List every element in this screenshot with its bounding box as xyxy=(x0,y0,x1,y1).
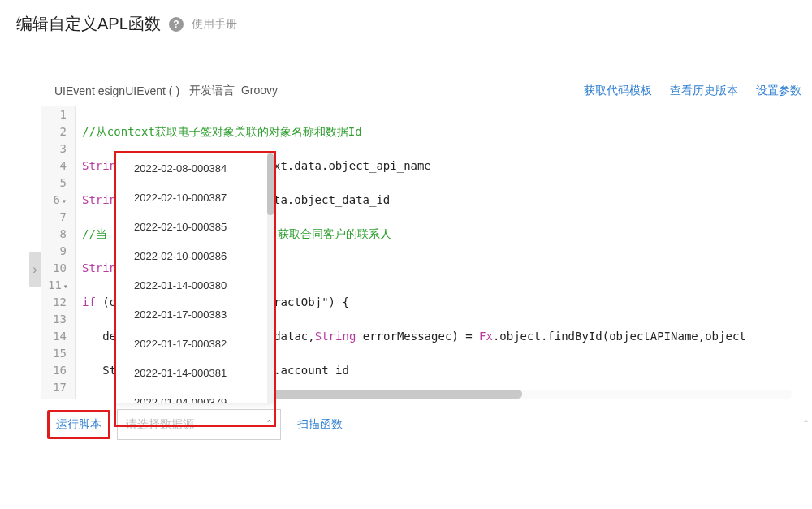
scan-function-link[interactable]: 扫描函数 xyxy=(287,417,343,432)
line-number: 14 xyxy=(48,328,67,345)
line-number: 10 xyxy=(48,260,67,277)
editor-footer: 运行脚本 请选择数据源 ˄ 扫描函数 ˄ xyxy=(41,403,812,448)
dropdown-option[interactable]: 2022-02-10-000387 xyxy=(116,183,274,212)
toolbar-right: 获取代码模板 查看历史版本 设置参数 xyxy=(584,84,801,98)
line-number: 17 xyxy=(48,379,67,396)
dropdown-option[interactable]: 2022-01-04-000379 xyxy=(116,387,274,403)
dropdown-scroll-thumb[interactable] xyxy=(267,153,274,215)
toolbar-left: UIEvent esignUIEvent ( ) 开发语言 Groovy xyxy=(54,84,278,98)
datasource-placeholder: 请选择数据源 xyxy=(126,417,194,432)
dropdown-scrollbar[interactable] xyxy=(267,153,274,403)
lang-value: Groovy xyxy=(241,84,278,97)
side-expand-tab[interactable]: › xyxy=(29,252,41,287)
view-history-link[interactable]: 查看历史版本 xyxy=(670,84,738,98)
manual-link[interactable]: 使用手册 xyxy=(192,17,237,32)
datasource-select[interactable]: 请选择数据源 ˄ xyxy=(117,409,281,440)
line-number: 8 xyxy=(48,226,67,243)
line-number: 7 xyxy=(48,209,67,226)
dropdown-option[interactable]: 2022-01-14-000380 xyxy=(116,270,274,300)
line-number: 9 xyxy=(48,243,67,260)
line-number: 12 xyxy=(48,294,67,311)
line-number: 13 xyxy=(48,311,67,328)
page-title: 编辑自定义APL函数 xyxy=(16,13,161,35)
line-number: 3 xyxy=(48,140,67,157)
dropdown-option[interactable]: 2022-02-08-000384 xyxy=(116,153,274,183)
line-number: 4 xyxy=(48,157,67,175)
line-number: 2 xyxy=(48,123,67,140)
line-gutter: 1 2 3 4 5 6▾ 7 8 9 10 11▾ 12 13 14 15 16… xyxy=(41,106,76,399)
line-number: 11▾ xyxy=(48,277,67,294)
line-number: 5 xyxy=(48,175,67,192)
dropdown-option[interactable]: 2022-02-10-000385 xyxy=(116,212,274,241)
collapse-panel-icon[interactable]: ˄ xyxy=(803,418,809,431)
line-number: 1 xyxy=(48,106,67,123)
page-header: 编辑自定义APL函数 ? 使用手册 xyxy=(0,0,812,45)
dropdown-option[interactable]: 2022-01-17-000383 xyxy=(116,300,274,329)
dropdown-option[interactable]: 2022-01-14-000381 xyxy=(116,358,274,387)
dropdown-option[interactable]: 2022-01-17-000382 xyxy=(116,329,274,358)
run-script-button[interactable]: 运行脚本 xyxy=(47,410,110,439)
line-number: 16 xyxy=(48,362,67,379)
dropdown-option[interactable]: 2022-02-10-000386 xyxy=(116,241,274,270)
set-params-link[interactable]: 设置参数 xyxy=(756,84,801,98)
lang-label: 开发语言 Groovy xyxy=(189,84,278,98)
event-signature: UIEvent esignUIEvent ( ) xyxy=(54,84,179,97)
line-number: 15 xyxy=(48,345,67,362)
chevron-right-icon: › xyxy=(32,262,37,277)
help-icon[interactable]: ? xyxy=(169,17,184,32)
datasource-dropdown[interactable]: 2022-02-08-000384 2022-02-10-000387 2022… xyxy=(116,153,274,403)
chevron-up-icon: ˄ xyxy=(266,418,272,431)
editor-toolbar: UIEvent esignUIEvent ( ) 开发语言 Groovy 获取代… xyxy=(41,75,811,106)
line-number: 6▾ xyxy=(48,192,67,209)
get-template-link[interactable]: 获取代码模板 xyxy=(584,84,652,98)
